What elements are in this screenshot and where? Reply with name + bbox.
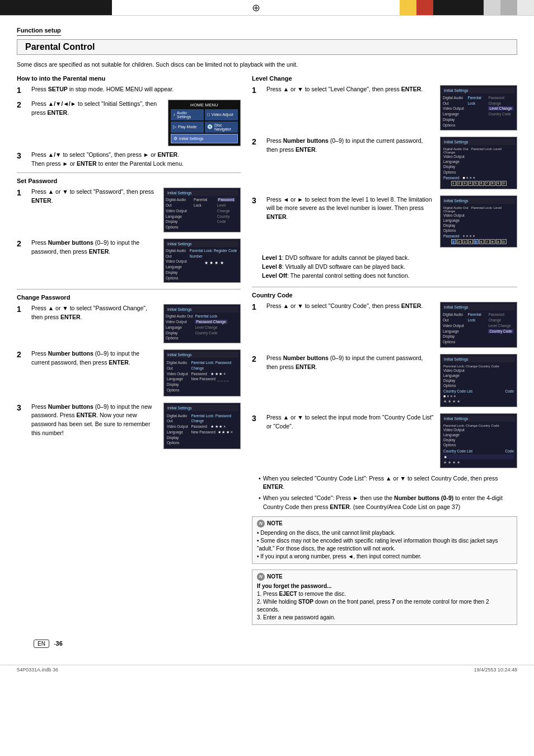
top-strip: ⊕ [0,0,534,16]
lc-pw-change: Password Change [488,96,504,105]
nb-3-3: 3 [462,239,467,244]
lc-screen-2: Initial Settings Digital Audio Out Paren… [440,137,517,190]
cp-stars-current-3: ★ ★ ★ × [210,424,226,428]
cc-note-item-2: • When you selected "Code": Press ► then… [259,494,517,512]
step-num-1: 1 [17,85,27,95]
cc-country-highlight: Country Code [488,329,513,333]
parental-step-2: 2 Press ▲/▼/◄/► to select "Initial Setti… [17,100,241,146]
sp-col-right-2: Parental Lock: Register Code Number ★ ★ … [190,248,238,281]
level-info: Level 1: DVD software for adults cannot … [262,254,517,280]
cc-selected-row: ■ [443,454,514,459]
lc-step-num-2: 2 [252,137,262,147]
forget-pw-heading: If you forget the password... [257,583,331,589]
lc-screen-1: Initial Settings Digital Audio OutVideo … [440,85,517,133]
step-text-1: Press SETUP in stop mode. HOME MENU will… [31,85,241,94]
note-header-1: N NOTE [257,520,512,528]
lc-rows-2: Video OutputLanguageDisplayOptions [443,154,514,174]
top-black-bar [0,0,112,15]
cp-body-right-2: Parental Lock: Password Change Password … [191,360,237,393]
change-password-heading: Change Password [17,294,241,301]
cc-screen-header-3: Initial Settings [442,416,515,422]
cp-step-num-2: 2 [17,349,27,360]
lc-step-text-3: Press ◄ or ► to select from the level 1 … [266,195,435,222]
home-menu-initial-item: ⚙ Initial Settings [171,134,238,143]
nb-3: 3 [462,181,467,186]
sp-step-num-2: 2 [17,239,27,249]
cp-screen-1: Initial Settings Digital Audio OutVideo … [163,304,241,345]
lc-parental-lock: Parental Lock [468,96,481,105]
cc-code-stars-3: ★ ★ ★ ★ [443,460,460,464]
cc-code-label-3: Code [505,449,514,453]
sp-star-row: ★ ★ ★ ★ [190,260,238,267]
note-label-2: NOTE [267,573,283,580]
cc-step-2: 2 Press Number buttons (0–9) to input th… [252,354,517,409]
lc-col-right: Password Change Level Change Country Cod… [488,95,514,128]
cp-screen-header-3: Initial Settings [166,405,238,411]
cp-screen-body-2: Digital Audio OutVideo OutputLanguageDis… [166,359,238,394]
page-number: 36 [56,640,63,647]
level1-label: Level 1 [262,254,282,261]
cp-level: Level Change [195,325,217,329]
home-menu-video: □ Video Adjust [205,109,238,120]
level8-label: Level 8 [262,263,282,270]
cc-screen-header-2: Initial Settings [442,356,515,362]
cp-col-left: Digital Audio OutVideo OutputLanguageDis… [166,314,193,341]
sp-register-label: Parental Lock: Register Code Number [190,249,237,258]
parental-control-box: Parental Control [17,39,517,55]
country-code-section: Country Code 1 Press ▲ or ▼ to select "C… [252,292,517,624]
cc-pw-stars-val: ■ × × × [443,394,456,398]
lc-screen-header-2: Initial Settings [442,139,515,145]
note-text-box-1: • Depending on the discs, the unit canno… [257,529,512,561]
lc-path-label-3: Digital Audio Out Parental Lock: Level C… [443,206,514,213]
cp-new-pw-row: New Password [191,377,215,381]
page-outer: ⊕ Function setup Parental Control Some d… [0,0,534,756]
compass-decoration: ⊕ [252,2,260,14]
lc-screen-body-3: Digital Audio Out Parental Lock: Level C… [442,205,515,245]
parental-menu-heading: How to into the Parental menu [17,75,241,82]
sp-screen-cols-1: Digital Audio OutVideo OutputLanguageDis… [166,197,238,230]
cc-country-code-list-label: Country Code List [443,389,472,393]
top-color-strip [400,0,534,15]
cp-pw-change-highlight: Password Change [195,320,227,324]
lc-screen-header-3: Initial Settings [442,198,515,204]
cp-stars-current: ★ ★ ★ × [210,372,226,376]
nb-2: 2 [457,181,462,186]
step-text-3: Press ▲/▼ to select "Options", then pres… [31,151,241,169]
cc-col-left: Digital Audio OutVideo OutputLanguageDis… [443,312,467,345]
main-content: Function setup Parental Control Some dis… [0,16,534,661]
cc-parental-lock: Parental Lock [468,312,481,322]
cc-code-row: Country Code List Code [443,389,514,393]
cc-rows: Video OutputLanguageDisplayOptions [443,368,514,388]
parental-step-3: 3 Press ▲/▼ to select "Options", then pr… [17,151,241,169]
home-menu-grid: ♪ Audio Settings □ Video Adjust ▷ Play M… [171,109,238,133]
cp-screen-header-1: Initial Settings [166,306,238,312]
lc-country-code: Country Code [488,112,510,116]
lc-rows-3: Video OutputLanguageDisplayOptions [443,213,514,233]
cp-screen-cols-1: Digital Audio OutVideo OutputLanguageDis… [166,314,238,341]
step-text-2: Press ▲/▼/◄/► to select "Initial Setting… [31,100,159,118]
sp-screen-2: Initial Settings Digital Audio OutVideo … [163,239,241,285]
nb-8: 8 [490,181,495,186]
nb-4-3: 4 [468,239,473,244]
lc-screen-header-1: Initial Settings [442,87,515,94]
cp-screen-body-3: Digital Audio OutVideo OutputLanguageDis… [166,412,238,447]
step-num-3: 3 [17,151,27,161]
lc-password-label-3: Password [443,234,460,238]
two-col-layout: How to into the Parental menu 1 Press SE… [17,75,517,632]
sp-col-mid-1: Parental Lock [194,197,215,230]
cc-bullet-2: • [259,494,261,512]
sp-country-code: Country Code [217,214,230,224]
cc-step-text-3: Press ▲ or ▼ to select the input mode fr… [266,413,435,431]
nb-4: 4 [468,181,473,186]
lc-step-num-3: 3 [252,195,262,206]
cc-pw-change: Password Change [488,312,504,322]
nb-7-3: 7 [485,239,490,244]
sp-screen-header-1: Initial Settings [166,190,238,196]
col-left: How to into the Parental menu 1 Press SE… [17,75,241,632]
sp-password-highlight: Password [217,198,236,202]
gray2-block [500,0,517,15]
lc-col-left: Digital Audio OutVideo OutputLanguageDis… [443,95,467,128]
lc-screen-body-1: Digital Audio OutVideo OutputLanguageDis… [442,95,515,129]
cc-screen-header-1: Initial Settings [442,304,515,310]
sp-level-change: Level Change [217,203,230,213]
